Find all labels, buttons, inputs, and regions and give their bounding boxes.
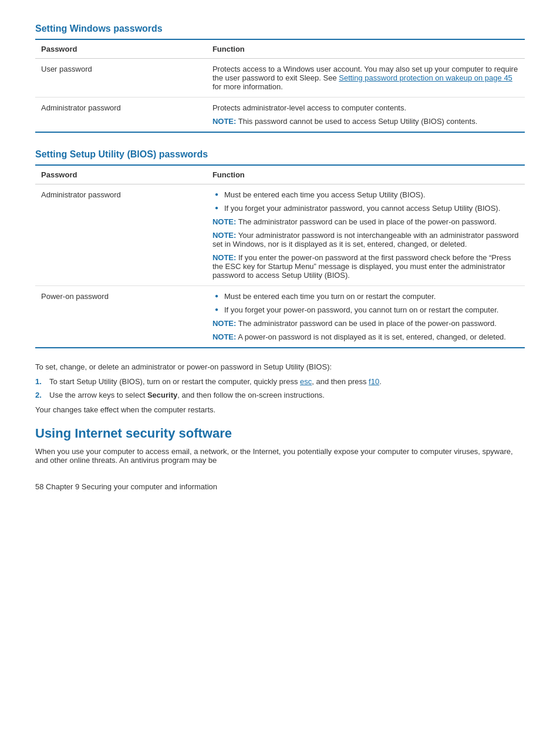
internet-security-title: Using Internet security software [35,426,525,441]
wp-row2-note-label: NOTE: [212,117,236,126]
bp-row2-bullets: Must be entered each time you turn on or… [212,292,519,314]
wp-row1-text2: for more information. [212,82,283,91]
note-label: NOTE: [212,332,236,341]
windows-passwords-title: Setting Windows passwords [35,23,525,34]
bp-row2-note2: NOTE: A power-on password is not display… [212,332,519,341]
wp-row2-text: Protects administrator-level access to c… [212,103,406,112]
table-row: Administrator password Protects administ… [35,98,525,132]
bp-col-password-header: Password [35,166,207,184]
wp-row2-password: Administrator password [35,98,207,132]
bp-row1-function: Must be entered each time you access Set… [207,184,525,286]
page-footer: 58 Chapter 9 Securing your computer and … [35,482,525,491]
internet-security-body: When you use your computer to access ema… [35,447,525,465]
note-text: If you enter the power-on password at th… [212,253,511,280]
instructions-closing: Your changes take effect when the comput… [35,405,525,414]
bios-passwords-section: Setting Setup Utility (BIOS) passwords P… [35,149,525,348]
bp-row1-note2: NOTE: Your administrator password is not… [212,231,519,248]
wp-col-function-header: Function [207,40,525,59]
windows-passwords-table-wrapper: Password Function User password Protects… [35,39,525,133]
list-item: If you forget your power-on password, yo… [212,305,519,314]
wp-row1-function: Protects access to a Windows user accoun… [207,59,525,98]
bios-passwords-table-wrapper: Password Function Administrator password… [35,164,525,348]
step2-bold: Security [147,391,177,399]
step-number: 1. [35,377,42,386]
wp-row2-function: Protects administrator-level access to c… [207,98,525,132]
bp-row1-password: Administrator password [35,184,207,286]
note-label: NOTE: [212,319,236,328]
wp-col-password-header: Password [35,40,207,59]
instructions-list: 1. To start Setup Utility (BIOS), turn o… [35,377,525,399]
table-row: User password Protects access to a Windo… [35,59,525,98]
wp-row1-link[interactable]: Setting password protection on wakeup on… [339,73,512,82]
instructions-intro: To set, change, or delete an administrat… [35,362,525,371]
wp-row2-note-text: This password cannot be used to access S… [236,117,477,126]
step1-text3: . [379,377,382,386]
note-label: NOTE: [212,253,236,262]
windows-passwords-section: Setting Windows passwords Password Funct… [35,23,525,133]
bp-row1-bullets: Must be entered each time you access Set… [212,190,519,213]
step2-text2: , and then follow the on-screen instruct… [177,391,325,399]
step1-link2[interactable]: f10 [369,377,379,386]
internet-security-section: Using Internet security software When yo… [35,426,525,465]
note-text: The administrator password can be used i… [236,319,496,328]
list-item: If you forget your administrator passwor… [212,204,519,213]
step-number: 2. [35,391,42,399]
step1-text2: , and then press [312,377,369,386]
table-row: Power-on password Must be entered each t… [35,286,525,348]
list-item: Must be entered each time you access Set… [212,190,519,199]
note-text: A power-on password is not displayed as … [236,332,506,341]
footer-text: 58 Chapter 9 Securing your computer and … [35,482,217,491]
list-item: 1. To start Setup Utility (BIOS), turn o… [35,377,525,386]
list-item: Must be entered each time you turn on or… [212,292,519,301]
note-text: The administrator password can be used i… [236,217,496,226]
bp-row2-password: Power-on password [35,286,207,348]
bios-passwords-table: Password Function Administrator password… [35,166,525,347]
bp-row2-function: Must be entered each time you turn on or… [207,286,525,348]
wp-row1-password: User password [35,59,207,98]
instructions-section: To set, change, or delete an administrat… [35,362,525,414]
step1-link1[interactable]: esc [300,377,312,386]
bp-row1-note1: NOTE: The administrator password can be … [212,217,519,226]
bp-row2-note1: NOTE: The administrator password can be … [212,319,519,328]
bp-col-function-header: Function [207,166,525,184]
step2-text1: Use the arrow keys to select [49,391,147,399]
list-item: 2. Use the arrow keys to select Security… [35,391,525,399]
table-row: Administrator password Must be entered e… [35,184,525,286]
bios-passwords-title: Setting Setup Utility (BIOS) passwords [35,149,525,160]
wp-row2-note: NOTE: This password cannot be used to ac… [212,117,519,126]
bp-row1-note3: NOTE: If you enter the power-on password… [212,253,519,280]
windows-passwords-table: Password Function User password Protects… [35,40,525,132]
note-label: NOTE: [212,231,236,240]
step1-text1: To start Setup Utility (BIOS), turn on o… [49,377,300,386]
note-text: Your administrator password is not inter… [212,231,519,248]
note-label: NOTE: [212,217,236,226]
